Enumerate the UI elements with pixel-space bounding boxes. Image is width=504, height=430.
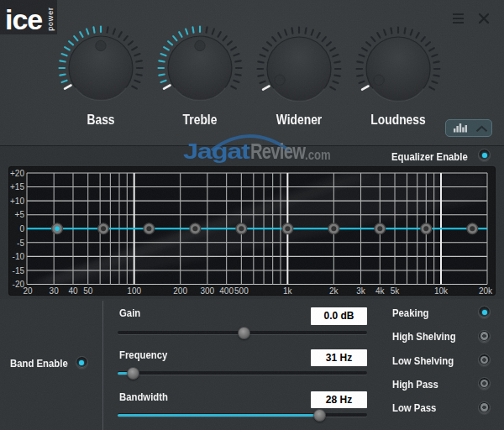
svg-text:300: 300 bbox=[200, 286, 214, 296]
svg-text:-5: -5 bbox=[17, 239, 24, 248]
svg-text:30: 30 bbox=[50, 286, 60, 296]
svg-text:10k: 10k bbox=[434, 286, 449, 296]
svg-text:+10: +10 bbox=[10, 197, 24, 206]
svg-text:1k: 1k bbox=[283, 286, 293, 296]
svg-text:200: 200 bbox=[173, 286, 187, 296]
svg-text:40: 40 bbox=[68, 286, 78, 296]
svg-text:3k: 3k bbox=[356, 286, 366, 296]
svg-text:20k: 20k bbox=[479, 286, 493, 296]
svg-text:0: 0 bbox=[19, 224, 24, 233]
svg-text:20: 20 bbox=[23, 286, 33, 296]
svg-text:-10: -10 bbox=[13, 252, 25, 261]
svg-text:2k: 2k bbox=[329, 286, 339, 296]
svg-text:+20: +20 bbox=[10, 169, 24, 178]
svg-text:4k: 4k bbox=[375, 286, 386, 296]
svg-text:-15: -15 bbox=[13, 266, 25, 275]
svg-text:5k: 5k bbox=[391, 286, 401, 296]
svg-text:400: 400 bbox=[219, 286, 234, 296]
svg-text:100: 100 bbox=[127, 286, 141, 296]
svg-text:500: 500 bbox=[234, 286, 249, 296]
svg-text:50: 50 bbox=[83, 286, 93, 296]
svg-text:+15: +15 bbox=[10, 182, 24, 191]
svg-text:+5: +5 bbox=[15, 210, 25, 219]
